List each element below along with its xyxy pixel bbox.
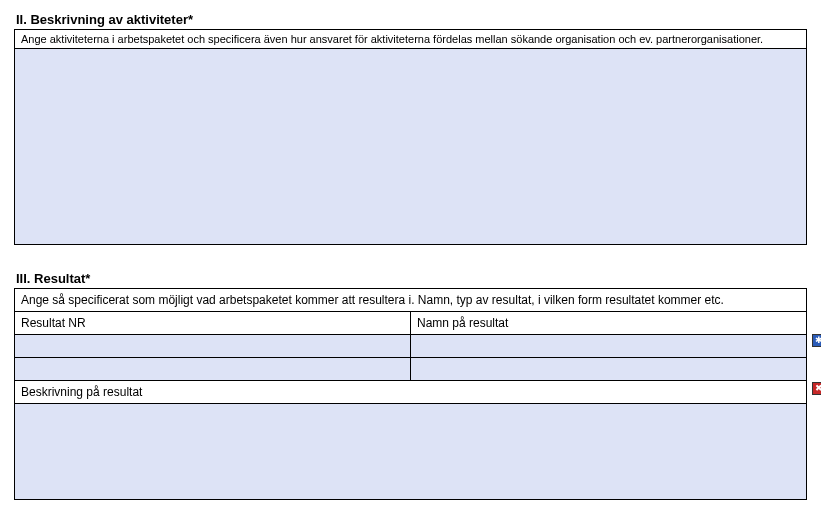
section3-instruction: Ange så specificerat som möjligt vad arb… (15, 289, 807, 312)
section2-instruction: Ange aktiviteterna i arbetspaketet och s… (15, 30, 806, 49)
result-name-input[interactable] (411, 358, 807, 381)
col-header-nr: Resultat NR (15, 312, 411, 335)
add-row-icon[interactable]: ✱ (812, 334, 821, 347)
section3-table-wrap: Ange så specificerat som möjligt vad arb… (14, 288, 807, 500)
section2-textarea[interactable] (15, 49, 806, 244)
result-nr-input[interactable] (15, 358, 411, 381)
result-desc-textarea[interactable] (15, 404, 806, 499)
table-row (15, 335, 807, 358)
section3-heading: III. Resultat* (16, 271, 807, 286)
section2-box: Ange aktiviteterna i arbetspaketet och s… (14, 29, 807, 245)
result-nr-input[interactable] (15, 335, 411, 358)
results-table: Ange så specificerat som möjligt vad arb… (14, 288, 807, 500)
table-row (15, 358, 807, 381)
section2-heading: II. Beskrivning av aktiviteter* (16, 12, 807, 27)
result-desc-heading: Beskrivning på resultat (15, 381, 807, 404)
result-name-input[interactable] (411, 335, 807, 358)
col-header-name: Namn på resultat (411, 312, 807, 335)
delete-row-icon[interactable]: ✖ (812, 382, 821, 395)
results-header-row: Resultat NR Namn på resultat (15, 312, 807, 335)
